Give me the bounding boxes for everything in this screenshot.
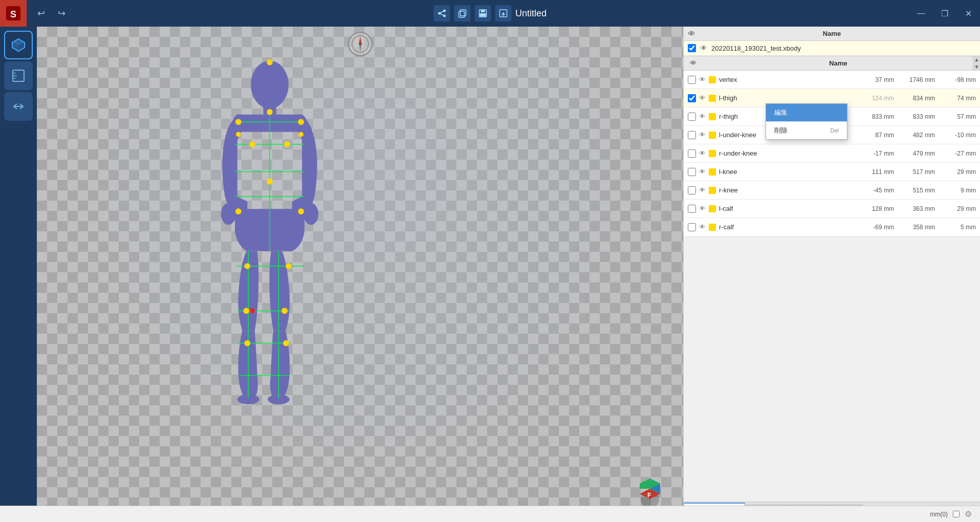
svg-rect-10 (481, 10, 485, 12)
svg-point-60 (283, 340, 289, 346)
context-delete-label: 削除 (774, 126, 788, 135)
l-under-knee-y: 482 mm (894, 132, 935, 139)
sidebar-item-compare[interactable] (4, 92, 33, 121)
svg-point-54 (298, 208, 304, 214)
body-table: 👁 Name 👁 20220118_193021_test.xbody (684, 27, 980, 56)
l-under-knee-x: 87 mm (853, 132, 894, 139)
l-knee-checkbox[interactable] (688, 168, 696, 176)
l-thigh-name: l-thigh (719, 94, 853, 102)
l-under-knee-color (709, 132, 716, 139)
landmarks-scroll[interactable]: 👁 vertex 37 mm 1746 mm -98 mm 👁 l-thigh … (684, 71, 980, 502)
r-calf-y: 358 mm (894, 224, 935, 231)
l-knee-z: 29 mm (935, 168, 976, 176)
l-calf-name: l-calf (719, 205, 853, 212)
r-knee-x: -45 mm (853, 187, 894, 194)
r-knee-checkbox[interactable] (688, 186, 696, 194)
l-thigh-checkbox[interactable] (688, 94, 696, 102)
r-calf-checkbox[interactable] (688, 223, 696, 231)
r-calf-name: r-calf (719, 223, 853, 231)
r-under-knee-y: 479 mm (894, 150, 935, 157)
landmarks-header: 👁 Name ▲ ▼ (684, 56, 980, 71)
r-thigh-z: 57 mm (935, 113, 976, 120)
save-icon[interactable] (474, 5, 491, 21)
copy-icon[interactable] (454, 5, 470, 21)
l-calf-checkbox[interactable] (688, 205, 696, 213)
r-under-knee-name: r-under-knee (719, 149, 853, 157)
l-under-knee-z: -10 mm (935, 132, 976, 139)
svg-point-26 (359, 43, 361, 45)
l-thigh-eye: 👁 (699, 94, 706, 102)
landmark-row-l-knee: 👁 l-knee 111 mm 517 mm 29 mm (684, 163, 980, 181)
sidebar-item-measure[interactable] (4, 61, 33, 90)
minimize-button[interactable]: — (909, 0, 933, 27)
svg-point-48 (236, 132, 241, 137)
body-file-checkbox[interactable] (688, 44, 696, 52)
r-calf-color (709, 224, 716, 231)
l-knee-y: 517 mm (894, 168, 935, 176)
export-icon[interactable] (495, 5, 511, 21)
svg-point-45 (267, 109, 273, 115)
svg-point-58 (281, 308, 288, 314)
svg-point-50 (249, 141, 255, 147)
sidebar-item-model[interactable] (4, 31, 33, 59)
status-checkbox[interactable] (953, 511, 960, 517)
scroll-down-arrow[interactable]: ▼ (973, 63, 980, 71)
main-area: F 👁 Name 👁 20220118_193021_test.xbody 👁 … (0, 27, 980, 522)
r-calf-eye: 👁 (699, 223, 706, 231)
right-panel: 👁 Name 👁 20220118_193021_test.xbody 👁 Na… (683, 27, 980, 522)
r-knee-color (709, 187, 716, 194)
r-under-knee-color (709, 150, 716, 157)
context-menu-edit[interactable]: 編集 (766, 104, 847, 121)
svg-point-46 (235, 119, 242, 125)
window-controls: — ❐ ✕ (909, 0, 980, 27)
cube-widget[interactable]: F (632, 471, 668, 507)
scroll-up-arrow[interactable]: ▲ (973, 56, 980, 63)
r-thigh-checkbox[interactable] (688, 113, 696, 121)
l-under-knee-eye: 👁 (699, 131, 706, 139)
title-text: Untitled (515, 8, 547, 19)
close-button[interactable]: ✕ (956, 0, 980, 27)
landmark-row-r-calf: 👁 r-calf -69 mm 358 mm 5 mm (684, 218, 980, 236)
body-file-row: 👁 20220118_193021_test.xbody (684, 41, 980, 56)
share-icon[interactable] (433, 5, 450, 21)
svg-point-49 (298, 132, 303, 137)
l-thigh-z: 74 mm (935, 95, 976, 102)
svg-point-61 (250, 309, 255, 314)
context-menu: 編集 削除 Del (766, 103, 847, 140)
body-filename: 20220118_193021_test.xbody (711, 45, 801, 52)
svg-point-57 (244, 308, 250, 314)
body-eye-icon: 👁 (688, 30, 695, 38)
landmarks-name-col: Name (703, 59, 974, 67)
svg-rect-7 (459, 11, 464, 17)
compass-widget[interactable] (348, 32, 373, 56)
svg-rect-11 (480, 13, 486, 16)
r-under-knee-z: -27 mm (935, 150, 976, 157)
app-logo: S (0, 0, 27, 27)
viewport[interactable]: F (37, 27, 683, 522)
l-calf-x: 128 mm (853, 205, 894, 212)
l-calf-color (709, 205, 716, 212)
status-unit: mm(0) (930, 511, 948, 518)
svg-point-56 (286, 263, 292, 269)
maximize-button[interactable]: ❐ (933, 0, 956, 27)
svg-rect-8 (460, 10, 466, 16)
r-under-knee-x: -17 mm (853, 150, 894, 157)
context-menu-delete[interactable]: 削除 Del (766, 122, 847, 139)
vertex-x: 37 mm (853, 76, 894, 83)
toolbar-icons: ↩ ↪ (33, 5, 70, 21)
r-thigh-color (709, 113, 716, 120)
svg-point-51 (284, 141, 290, 147)
l-under-knee-checkbox[interactable] (688, 131, 696, 139)
body-table-header: 👁 Name (684, 27, 980, 41)
svg-point-55 (244, 263, 250, 269)
undo-button[interactable]: ↩ (33, 5, 49, 21)
r-thigh-y: 833 mm (894, 113, 935, 120)
landmark-row-l-calf: 👁 l-calf 128 mm 363 mm 29 mm (684, 200, 980, 218)
svg-point-29 (221, 203, 236, 225)
r-knee-name: r-knee (719, 186, 853, 194)
vertex-eye: 👁 (699, 76, 706, 83)
vertex-checkbox[interactable] (688, 76, 696, 84)
redo-button[interactable]: ↪ (53, 5, 70, 21)
human-figure (206, 57, 334, 405)
r-under-knee-checkbox[interactable] (688, 149, 696, 158)
